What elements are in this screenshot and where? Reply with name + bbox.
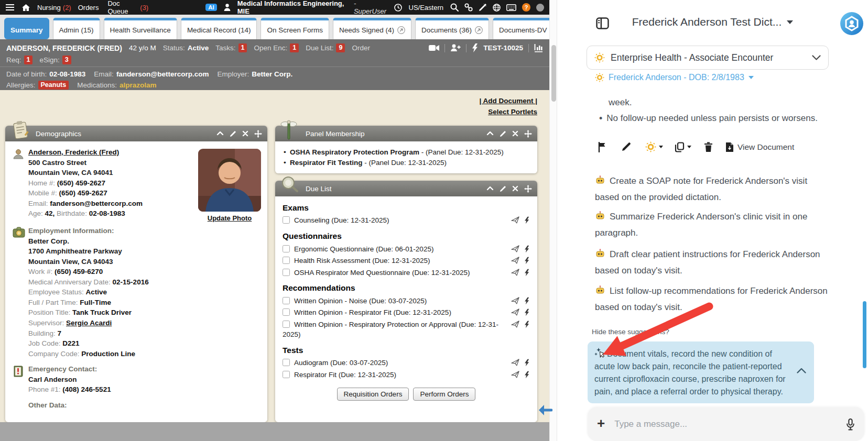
send-plane-icon[interactable] xyxy=(511,359,519,367)
perform-bolt-icon[interactable] xyxy=(525,269,530,277)
move-icon[interactable] xyxy=(524,185,532,193)
main-scrollbar[interactable] xyxy=(549,0,557,441)
view-document-icon[interactable] xyxy=(725,142,734,152)
panel-scrollbar-thumb[interactable] xyxy=(863,301,866,368)
hide-suggestions-link[interactable]: Hide these suggestions? xyxy=(592,328,669,336)
due-list-count-badge[interactable]: 9 xyxy=(336,43,345,52)
medication-value[interactable]: alprazolam xyxy=(120,81,157,89)
gear-dropdown-icon[interactable] xyxy=(645,141,663,152)
suggestion-soap-note[interactable]: Create a SOAP note for Frederick Anderso… xyxy=(595,173,830,205)
attach-plus-button[interactable]: + xyxy=(597,416,605,430)
ai-badge[interactable]: AI xyxy=(205,4,217,11)
suggestion-follow-up[interactable]: List follow-up recommendations for Frede… xyxy=(595,283,830,315)
req-count-badge[interactable]: 1 xyxy=(24,56,33,64)
checkbox[interactable] xyxy=(283,257,290,264)
checkbox[interactable] xyxy=(283,216,290,224)
nav-nursing[interactable]: Nursing(2) xyxy=(37,4,71,12)
patient-name-link[interactable]: Anderson, Frederick (Fred) xyxy=(28,148,119,156)
checkbox[interactable] xyxy=(283,308,290,316)
close-icon[interactable] xyxy=(242,130,248,137)
perform-orders-button[interactable]: Perform Orders xyxy=(413,388,475,401)
encounter-selector[interactable]: Enterprise Health - Associate Encounter xyxy=(587,46,829,70)
action-suggestion-card[interactable]: Document vitals, record the new conditio… xyxy=(588,341,814,403)
patient-context-dropdown[interactable]: Frederick Anderson - DOB: 2/8/1983 xyxy=(595,73,754,82)
send-plane-icon[interactable] xyxy=(511,245,519,253)
close-icon[interactable] xyxy=(512,185,518,192)
suggestion-instructions[interactable]: Draft clear patient instructions for Fre… xyxy=(595,246,830,279)
edit-icon[interactable] xyxy=(621,142,631,152)
checkbox[interactable] xyxy=(283,371,290,378)
hamburger-menu-icon[interactable] xyxy=(5,4,15,11)
panel-membership-header[interactable]: Panel Membership xyxy=(275,126,537,141)
main-scrollbar-thumb[interactable] xyxy=(551,45,556,102)
collapse-icon[interactable] xyxy=(216,130,224,137)
collapse-icon[interactable] xyxy=(486,185,494,192)
requisition-orders-button[interactable]: Requisition Orders xyxy=(337,388,409,401)
perform-bolt-icon[interactable] xyxy=(525,297,530,305)
tab-summary[interactable]: Summary xyxy=(4,18,49,39)
send-plane-icon[interactable] xyxy=(511,216,519,224)
perform-bolt-icon[interactable] xyxy=(525,321,530,328)
collapse-panel-arrow-icon[interactable] xyxy=(538,403,552,419)
link-icon[interactable] xyxy=(464,3,473,12)
station-id[interactable]: TEST-10025 xyxy=(483,44,523,52)
send-plane-icon[interactable] xyxy=(511,269,519,277)
suggestion-summarize[interactable]: Summarize Frederick Anderson's clinic vi… xyxy=(595,208,830,241)
perform-bolt-icon[interactable] xyxy=(525,216,530,224)
checkbox[interactable] xyxy=(283,245,290,252)
send-plane-icon[interactable] xyxy=(511,257,519,264)
perform-bolt-icon[interactable] xyxy=(525,308,530,316)
collapse-icon[interactable] xyxy=(486,130,494,137)
tab-admin[interactable]: Admin (15) xyxy=(53,18,100,39)
chevron-up-icon[interactable] xyxy=(797,368,807,373)
message-input[interactable] xyxy=(614,419,837,429)
copy-dropdown-icon[interactable] xyxy=(675,142,691,152)
nav-doc-queue[interactable]: Doc Queue(3) xyxy=(107,0,148,15)
send-plane-icon[interactable] xyxy=(511,371,519,379)
perform-bolt-icon[interactable] xyxy=(525,371,530,379)
supervisor-link[interactable]: Sergio Acardi xyxy=(66,319,112,327)
move-icon[interactable] xyxy=(254,130,262,138)
microphone-icon[interactable] xyxy=(846,418,855,431)
order-link[interactable]: Order xyxy=(352,44,370,52)
select-portlets-link[interactable]: Select Portlets xyxy=(479,106,537,117)
tab-health-surveillance[interactable]: Health Surveillance xyxy=(104,18,177,39)
search-icon[interactable] xyxy=(450,3,459,12)
video-visit-icon[interactable] xyxy=(429,45,439,51)
app-logo-icon[interactable] xyxy=(840,12,864,38)
checkbox[interactable] xyxy=(283,321,290,328)
perform-bolt-icon[interactable] xyxy=(525,245,530,253)
nav-orders[interactable]: Orders xyxy=(78,4,101,12)
tab-needs-signed[interactable]: Needs Signed (4) xyxy=(333,18,411,39)
checkbox[interactable] xyxy=(283,359,290,366)
add-document-link[interactable]: | Add Document | xyxy=(479,95,537,106)
close-icon[interactable] xyxy=(512,130,518,137)
keyboard-icon[interactable] xyxy=(506,4,516,11)
trash-icon[interactable] xyxy=(704,142,713,152)
move-icon[interactable] xyxy=(524,130,532,138)
perform-bolt-icon[interactable] xyxy=(525,257,530,264)
quick-action-bolt-icon[interactable] xyxy=(472,43,478,52)
due-list-header[interactable]: Due List xyxy=(275,181,537,196)
home-icon[interactable] xyxy=(21,4,30,12)
open-enc-count-badge[interactable]: 1 xyxy=(290,43,299,52)
compose-pen-icon[interactable] xyxy=(479,3,487,12)
demographics-portlet-header[interactable]: Demographics xyxy=(5,126,267,141)
edit-icon[interactable] xyxy=(500,185,506,192)
send-plane-icon[interactable] xyxy=(511,321,519,328)
checkbox[interactable] xyxy=(283,269,290,276)
esign-count-badge[interactable]: 3 xyxy=(62,56,71,64)
tab-on-screen-forms[interactable]: On Screen Forms xyxy=(261,18,329,39)
update-photo-link[interactable]: Update Photo xyxy=(208,214,252,224)
tab-medical-record[interactable]: Medical Record (14) xyxy=(181,18,257,39)
edit-icon[interactable] xyxy=(230,130,236,137)
add-person-icon[interactable] xyxy=(450,44,461,52)
send-plane-icon[interactable] xyxy=(511,297,519,305)
chart-stats-icon[interactable] xyxy=(534,43,543,52)
flag-icon[interactable] xyxy=(598,142,607,152)
tab-documents[interactable]: Documents (36) xyxy=(415,18,489,39)
allergy-badge[interactable]: Peanuts xyxy=(38,81,69,90)
help-icon[interactable]: ? xyxy=(522,3,530,12)
view-document-label[interactable]: View Document xyxy=(737,142,794,152)
perform-bolt-icon[interactable] xyxy=(525,359,530,367)
